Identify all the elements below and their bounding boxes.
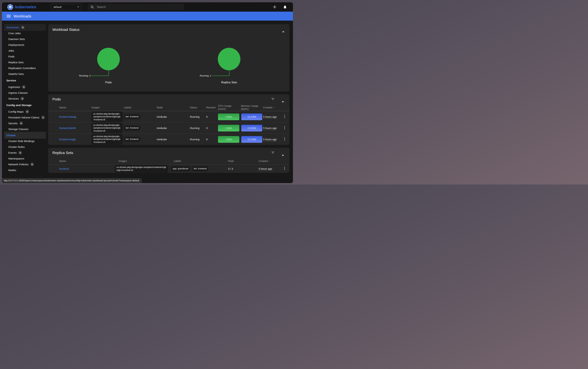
sidebar-item-daemon-sets[interactable]: Daemon Sets [4,36,46,42]
table-row[interactable]: frontend-kxgfg us-docker.pkg.dev/google-… [48,133,289,145]
workload-status-card: Workload Status Running: 3 Pods Run [48,24,289,92]
collapse-card-button[interactable] [282,152,284,154]
created-cell: 5 hours ago [263,127,277,130]
row-actions-menu[interactable] [284,114,286,120]
brand[interactable]: kubernetes [7,4,47,10]
notifications-bell-icon[interactable] [283,5,287,9]
filter-icon[interactable] [271,151,275,155]
row-actions-menu[interactable] [284,125,286,131]
search-input[interactable] [97,5,182,9]
app-window: kubernetes default Workloa [2,2,293,183]
cpu-usage-meter: 1.00m [218,136,239,143]
label-chip: tier: frontend [124,137,140,142]
sidebar-item-label: Stateful Sets [8,72,24,76]
sidebar-item-cron-jobs[interactable]: Cron Jobs [4,30,46,36]
sidebar-item-events[interactable]: EventsN [4,150,46,156]
sidebar-item-replica-sets[interactable]: Replica Sets [4,59,46,65]
column-header[interactable]: Name [59,160,118,163]
sidebar-item-config-maps[interactable]: Config MapsN [4,109,46,114]
sidebar-item-pods[interactable]: Pods [4,54,46,59]
namespaced-badge: N [41,116,45,119]
table-row[interactable]: frontend-jdc69 us-docker.pkg.dev/google-… [48,122,289,133]
sidebar-item-secrets[interactable]: SecretsN [4,120,46,126]
column-header[interactable]: Labels [124,106,157,109]
row-actions-menu[interactable] [284,137,286,142]
namespaced-badge: N [30,163,34,166]
replicasets-table-title: Replica Sets [52,151,73,155]
sidebar-item-label: Events [8,151,17,154]
restarts-cell: 0 [206,127,218,130]
search-box[interactable] [88,4,184,10]
collapse-card-button[interactable] [282,98,284,101]
filter-icon[interactable] [271,97,275,102]
created-cell: 5 hours ago [259,167,272,171]
sidebar-item-nodes[interactable]: Nodes [4,167,46,173]
row-actions-menu[interactable] [283,166,286,172]
sidebar-item-label: Persistent Volume Claims [8,116,40,119]
sidebar-item-label: Jobs [8,49,14,52]
sidebar-item-ingress-classes[interactable]: Ingress Classes [4,90,46,96]
replicasets-card: Replica Sets Name Images Labels Pods Cre… [48,148,289,173]
sidebar-item-network-policies[interactable]: Network PoliciesN [4,161,46,167]
search-icon [91,5,94,9]
column-header[interactable]: CPU Usage (cores) [218,104,241,110]
namespaced-badge: N [18,151,22,154]
column-header[interactable]: Restarts [206,106,218,109]
sidebar-item-cluster-roles[interactable]: Cluster Roles [4,144,46,150]
pie-slice-running[interactable] [97,48,120,70]
column-header[interactable]: Status [190,106,206,109]
create-resource-button[interactable] [273,5,277,9]
sidebar-item-stateful-sets[interactable]: Stateful Sets [4,71,46,77]
sidebar-item-label: Nodes [8,169,16,172]
pod-name-link[interactable]: frontend-kxgfg [59,138,76,141]
status-cell: Running [190,127,206,130]
top-bar: kubernetes default [2,2,293,12]
table-row[interactable]: frontend-dswqj us-docker.pkg.dev/google-… [48,111,289,122]
sidebar-item-jobs[interactable]: Jobs [4,48,46,54]
column-header-sorted[interactable]: Created↑ [263,106,284,109]
sidebar-item-cluster[interactable]: Cluster [4,132,46,139]
column-header-sorted[interactable]: Created↑ [259,160,283,163]
pods-card: Pods Name Images Labels Node Status Rest… [48,94,289,145]
sidebar-item-label: Config Maps [8,110,24,113]
image-chip: us-docker.pkg.dev/google-samples/contain… [91,111,123,122]
sidebar-item-services[interactable]: ServicesN [4,96,46,102]
sidebar-item-label: Config and Storage [6,104,32,107]
sidebar-item-workloads[interactable]: WorkloadsN [4,24,46,31]
namespace-select[interactable]: default [51,4,82,10]
pie-slice-running[interactable] [218,48,240,70]
sidebar-item-cluster-role-bindings[interactable]: Cluster Role Bindings [4,138,46,144]
pie-caption: Replica Sets [169,81,289,84]
replicasets-table-header: Name Images Labels Pods Created↑ [48,158,289,164]
table-row[interactable]: frontend us-docker.pkg.dev/google-sample… [48,164,289,173]
column-header[interactable]: Images [91,106,124,109]
pod-name-link[interactable]: frontend-jdc69 [59,127,76,130]
sidebar-item-persistent-volume-claims[interactable]: Persistent Volume ClaimsN [4,114,46,120]
sidebar-item-ingresses[interactable]: IngressesN [4,84,46,90]
pie-leader-line [91,76,108,76]
pie-leader-line [212,76,229,76]
sidebar-nav: WorkloadsNCron JobsDaemon SetsDeployment… [2,20,47,183]
memory-usage-meter: 19.33Mi [241,113,262,120]
column-header[interactable]: Labels [174,160,228,163]
column-header[interactable]: Name [59,106,91,109]
sidebar-item-deployments[interactable]: Deployments [4,42,46,48]
namespaced-badge: N [21,26,25,29]
sidebar-item-namespaces[interactable]: Namespaces [4,156,46,161]
menu-hamburger-icon[interactable] [7,15,10,18]
column-header[interactable]: Node [157,106,190,109]
sidebar-item-label: Ingress Classes [8,91,28,94]
sidebar-item-label: Secrets [8,122,18,125]
image-chip: us-docker.pkg.dev/google-samples/contain… [91,123,123,133]
column-header[interactable]: Pods [228,160,259,163]
cpu-usage-meter: 1.00m [218,113,239,120]
column-header[interactable]: Images [118,160,174,163]
replicaset-name-link[interactable]: frontend [59,167,69,170]
column-header[interactable]: Memory Usage (bytes) [241,104,263,110]
sort-ascending-icon: ↑ [269,160,270,163]
pod-name-link[interactable]: frontend-dswqj [59,115,76,118]
sidebar-item-label: Replica Sets [8,61,24,64]
sidebar-item-storage-classes[interactable]: Storage Classes [4,126,46,132]
created-cell: 5 hours ago [263,138,277,141]
sidebar-item-replication-controllers[interactable]: Replication Controllers [4,65,46,71]
